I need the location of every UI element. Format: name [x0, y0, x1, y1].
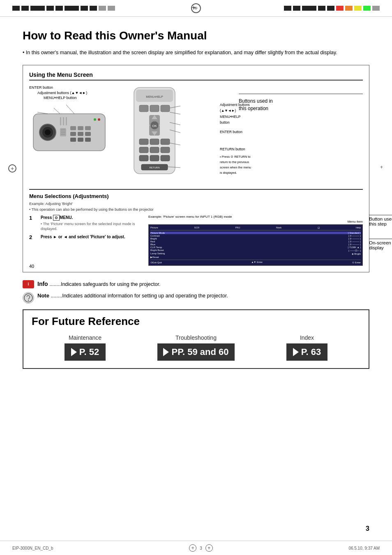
svg-rect-15	[85, 138, 91, 142]
step1-note: • The 'Picture' menu screen for the sele…	[41, 221, 144, 232]
steps-left: 1 Press ⊙MENU. • The 'Picture' menu scre…	[29, 215, 144, 266]
screen-display-area: Example: 'Picture' screen menu for INPUT…	[148, 215, 363, 266]
menu-selections-section: Menu Selections (Adjustments) Example: A…	[29, 189, 363, 266]
page-number-bottom: 3	[366, 525, 369, 532]
projector-illustration	[29, 101, 111, 155]
info-label: Info	[37, 281, 48, 287]
screen-row-lampsetting: Lamp Setting ◈ Bright	[150, 252, 361, 255]
note-icon	[23, 292, 34, 304]
step1-action: Press ⊙MENU.	[41, 215, 73, 220]
svg-rect-7	[70, 126, 76, 130]
svg-rect-4	[60, 117, 61, 125]
note-label: Note	[37, 292, 49, 299]
svg-rect-12	[85, 132, 91, 136]
bar-block-r8	[354, 6, 362, 11]
diagram-page-num: 40	[29, 264, 34, 269]
bottom-bar: EIP-3000N_EN_CD_b + 3 + 06.5.10, 9:37 AM	[0, 541, 392, 555]
bar-block-7	[81, 6, 88, 11]
svg-rect-14	[78, 138, 83, 142]
menu-help-btn-label2: button	[220, 120, 251, 125]
remote-diagram: MENU•HELP OK	[128, 85, 198, 182]
example-note: • This operation can also be performed b…	[29, 207, 363, 212]
bar-block-4	[46, 6, 54, 11]
svg-rect-30	[150, 105, 159, 112]
note-symbol	[24, 293, 33, 302]
step2-row: 2 Press ► or ◄ and select 'Picture' to a…	[29, 234, 144, 240]
projector-diagram: ENTER button Adjustment buttons (▲▼◄►) M…	[29, 85, 120, 182]
index-label: Index	[254, 334, 360, 341]
return-btn-label: RETURN button	[220, 146, 251, 152]
svg-text:OK: OK	[152, 124, 157, 128]
svg-point-16	[94, 118, 96, 121]
enter-button-label: ENTER button	[29, 85, 120, 90]
svg-rect-43	[150, 147, 159, 153]
troubleshooting-page: PP. 59 and 60	[157, 343, 234, 361]
maintenance-page: P. 52	[65, 343, 106, 361]
right-border-number: +	[380, 164, 383, 170]
troubleshooting-arrow	[163, 348, 169, 356]
svg-rect-42	[139, 147, 148, 153]
step2-action: Press ► or ◄ and select 'Picture' to adj…	[41, 235, 125, 239]
remote-illustration: MENU•HELP OK	[128, 85, 181, 180]
svg-rect-13	[70, 138, 76, 142]
info-note-section: i Info ........Indicates safeguards for …	[23, 280, 369, 304]
left-crosshair-accent: +	[8, 164, 16, 173]
bar-block-6	[65, 6, 79, 11]
diagram-box: Using the Menu Screen ENTER button Adjus…	[23, 65, 369, 272]
adj-btn-label2: (▲▼◄►)	[220, 108, 251, 113]
svg-rect-46	[150, 155, 159, 161]
screen-row-picture-mode: Picture Mode [ Standard ]	[150, 232, 361, 234]
adj-btn-label: Adjustment buttons	[220, 102, 251, 108]
svg-rect-9	[85, 126, 91, 130]
screen-row-brightboost: Bright Boost [ ——☑— ]	[150, 249, 361, 252]
top-bar-left-blocks	[12, 6, 115, 11]
bottom-center-num: 3	[200, 546, 202, 550]
bar-block-r10	[372, 6, 380, 11]
svg-rect-10	[70, 132, 76, 136]
bottom-crosshair: +	[189, 544, 196, 552]
bar-block-r5	[327, 6, 334, 11]
screen-row-reset: ▶Reset	[150, 256, 361, 258]
maintenance-label: Maintenance	[32, 334, 138, 341]
bar-block-3	[30, 6, 45, 11]
step1-content: Press ⊙MENU. • The 'Picture' menu screen…	[41, 215, 144, 232]
svg-text:RETURN: RETURN	[150, 166, 160, 169]
bottom-center: + 3 +	[189, 544, 213, 552]
maintenance-arrow	[71, 348, 77, 356]
bar-block-r7	[345, 6, 353, 11]
step2-number: 2	[29, 234, 36, 240]
future-ref-item-index: Index P. 63	[254, 334, 360, 361]
bottom-crosshair2: +	[205, 544, 213, 552]
svg-rect-40	[150, 139, 159, 145]
troubleshooting-label: Troubleshooting	[143, 334, 249, 341]
svg-rect-44	[161, 147, 170, 153]
index-arrow	[293, 348, 299, 356]
callout1-separator	[239, 94, 363, 96]
screen-row-red: Red [ 0 ——— ]	[150, 240, 361, 243]
bar-block-r3	[302, 6, 316, 11]
bar-block-2	[21, 6, 29, 11]
svg-point-17	[98, 118, 100, 121]
left-crosshair-symbol: +	[8, 164, 16, 173]
svg-rect-47	[161, 155, 170, 161]
top-crosshair: +	[191, 3, 201, 13]
index-page: P. 63	[286, 343, 327, 361]
svg-rect-39	[139, 139, 148, 145]
intro-paragraph: • In this owner's manual, the illustrati…	[23, 49, 369, 57]
svg-point-57	[28, 300, 29, 301]
bar-block-8	[90, 6, 97, 11]
future-ref-box: For Future Reference Maintenance P. 52 T…	[23, 309, 369, 369]
info-row: i Info ........Indicates safeguards for …	[23, 280, 369, 288]
bar-block-r9	[363, 6, 371, 11]
svg-rect-5	[63, 117, 64, 125]
enter-btn-label: ENTER button	[220, 129, 251, 135]
menu-screen-section: ENTER button Adjustment buttons (▲▼◄►) M…	[29, 85, 363, 182]
bottom-left-text: EIP-3000N_EN_CD_b	[12, 546, 53, 550]
svg-text:MENU•HELP: MENU•HELP	[146, 95, 163, 98]
callout3: On-screen display	[369, 239, 392, 250]
svg-rect-6	[66, 117, 67, 125]
svg-rect-31	[161, 105, 170, 112]
menu-sel-title: Menu Selections (Adjustments)	[29, 193, 363, 199]
note-text: ........Indicates additional information…	[51, 293, 228, 299]
step1-screen-title: Example: 'Picture' screen menu for INPUT…	[148, 215, 363, 219]
